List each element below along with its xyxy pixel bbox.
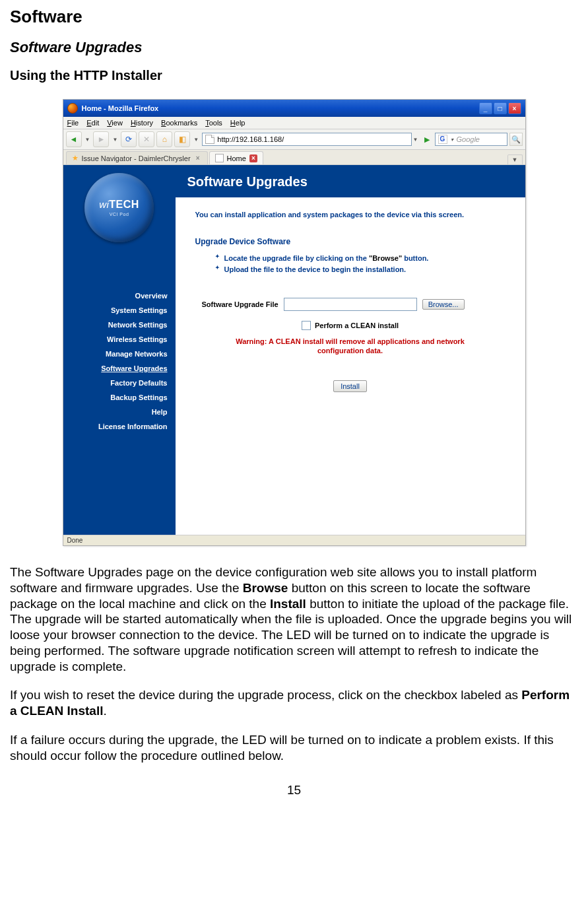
home-button[interactable]: ⌂ <box>156 131 172 147</box>
tab-bar: ★ Issue Navigator - DaimlerChrysler × Ho… <box>63 150 525 165</box>
menu-view[interactable]: View <box>107 119 123 127</box>
clean-install-checkbox[interactable] <box>302 321 311 330</box>
close-button[interactable]: × <box>508 102 521 114</box>
sidebar-item-manage-networks[interactable]: Manage Networks <box>70 347 169 361</box>
screenshot-container: Home - Mozilla Firefox _ □ × File Edit V… <box>10 99 578 546</box>
maximize-button[interactable]: □ <box>494 102 507 114</box>
tab-close-icon[interactable]: × <box>249 154 257 162</box>
heading-software: Software <box>10 7 578 27</box>
menu-file[interactable]: File <box>67 119 79 127</box>
search-button[interactable]: 🔍 <box>509 133 523 146</box>
firefox-icon <box>67 103 78 114</box>
tab-home[interactable]: Home × <box>209 151 263 164</box>
paragraph-2: If you wish to reset the device during t… <box>10 687 578 719</box>
bullet-locate-file: Locate the upgrade file by clicking on t… <box>215 253 506 264</box>
paragraph-3: If a failure occurs during the upgrade, … <box>10 732 578 764</box>
logo-subtext: VCI Pod <box>110 212 129 217</box>
back-dropdown[interactable]: ▼ <box>84 137 92 143</box>
window-title: Home - Mozilla Firefox <box>82 104 159 112</box>
url-input[interactable]: http://192.168.1.168/ <box>202 133 411 146</box>
panel-title: Software Upgrades <box>176 165 525 197</box>
search-placeholder: Google <box>457 135 480 143</box>
file-label: Software Upgrade File <box>202 300 278 308</box>
heading-software-upgrades: Software Upgrades <box>10 39 578 56</box>
status-bar: Done <box>63 535 525 545</box>
browse-button[interactable]: Browse... <box>422 299 465 310</box>
section-heading: Upgrade Device Software <box>195 237 506 246</box>
stop-button[interactable]: ✕ <box>139 131 154 147</box>
menu-edit[interactable]: Edit <box>86 119 99 127</box>
sidebar-item-network-settings[interactable]: Network Settings <box>70 318 169 332</box>
sidebar-item-overview[interactable]: Overview <box>70 289 169 303</box>
feed-button[interactable]: ◧ <box>174 131 190 147</box>
go-button[interactable]: ▶ <box>421 133 433 145</box>
paragraph-1: The Software Upgrades page on the device… <box>10 564 578 674</box>
tab-label-active: Home <box>227 154 246 162</box>
url-text: http://192.168.1.168/ <box>217 135 284 143</box>
tab-label-inactive: Issue Navigator - DaimlerChrysler <box>82 154 191 162</box>
forward-button[interactable]: ► <box>93 131 109 147</box>
menu-bookmarks[interactable]: Bookmarks <box>161 119 197 127</box>
sidebar-item-help[interactable]: Help <box>70 405 169 419</box>
google-icon: G <box>438 135 447 144</box>
page-content: wiTECH VCI Pod Overview System Settings … <box>63 165 525 535</box>
tab-list-dropdown[interactable]: ▼ <box>507 154 523 164</box>
navigation-toolbar: ◄ ▼ ► ▼ ⟳ ✕ ⌂ ◧ ▼ http://192.168.1.168/ … <box>63 129 525 150</box>
minimize-button[interactable]: _ <box>479 102 492 114</box>
browser-window: Home - Mozilla Firefox _ □ × File Edit V… <box>63 99 526 546</box>
page-icon <box>205 135 214 144</box>
menu-history[interactable]: History <box>131 119 153 127</box>
sidebar-nav: wiTECH VCI Pod Overview System Settings … <box>63 165 176 535</box>
search-box[interactable]: G ▾ Google <box>435 133 507 146</box>
sidebar-item-factory-defaults[interactable]: Factory Defaults <box>70 376 169 390</box>
window-titlebar: Home - Mozilla Firefox _ □ × <box>63 100 525 117</box>
sidebar-item-license-information[interactable]: License Information <box>70 419 169 434</box>
bullet-upload-file: Upload the file to the device to begin t… <box>215 264 506 275</box>
sidebar-item-software-upgrades[interactable]: Software Upgrades <box>70 361 169 376</box>
reload-button[interactable]: ⟳ <box>121 131 137 147</box>
tab-close-icon[interactable]: × <box>194 154 202 162</box>
page-number: 15 <box>10 783 578 798</box>
back-button[interactable]: ◄ <box>66 131 82 147</box>
star-icon: ★ <box>72 154 79 162</box>
page-icon <box>215 154 224 162</box>
menu-help[interactable]: Help <box>230 119 245 127</box>
sidebar-item-system-settings[interactable]: System Settings <box>70 303 169 318</box>
menu-tools[interactable]: Tools <box>205 119 222 127</box>
witech-logo: wiTECH VCI Pod <box>84 173 154 242</box>
intro-text: You can install application and system p… <box>195 211 506 219</box>
feed-dropdown[interactable]: ▼ <box>192 137 200 143</box>
menu-bar: File Edit View History Bookmarks Tools H… <box>63 117 525 129</box>
heading-using-http-installer: Using the HTTP Installer <box>10 68 578 83</box>
sidebar-item-wireless-settings[interactable]: Wireless Settings <box>70 332 169 347</box>
search-engine-dropdown[interactable]: ▾ <box>449 137 455 143</box>
sidebar-item-backup-settings[interactable]: Backup Settings <box>70 390 169 405</box>
install-button[interactable]: Install <box>333 380 367 392</box>
warning-text: Warning: A CLEAN install will remove all… <box>218 337 482 356</box>
forward-dropdown[interactable]: ▼ <box>111 137 119 143</box>
file-input[interactable] <box>284 298 417 311</box>
tab-issue-navigator[interactable]: ★ Issue Navigator - DaimlerChrysler × <box>66 151 208 164</box>
url-dropdown[interactable]: ▼ <box>412 137 420 143</box>
clean-install-label: Perform a CLEAN install <box>315 322 399 329</box>
main-panel: Software Upgrades You can install applic… <box>176 165 525 535</box>
